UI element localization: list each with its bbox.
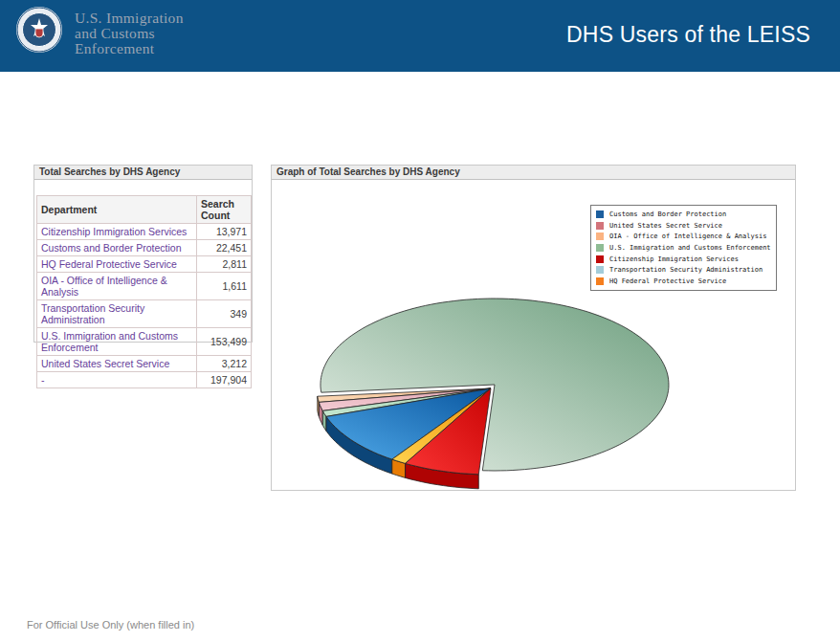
count-cell: 13,971 — [197, 224, 252, 240]
legend-label: U.S. Immigration and Customs Enforcement — [609, 244, 771, 252]
count-cell: 153,499 — [197, 328, 252, 356]
agency-line-2: and Customs — [75, 26, 184, 41]
department-cell[interactable]: United States Secret Service — [37, 356, 197, 372]
department-cell[interactable]: OIA - Office of Intelligence & Analysis — [37, 273, 197, 300]
department-cell[interactable]: Customs and Border Protection — [37, 240, 197, 256]
legend-swatch — [596, 277, 604, 285]
dhs-seal-logo — [15, 6, 63, 54]
table-row: Citizenship Immigration Services13,971 — [37, 224, 252, 240]
table-panel-title: Total Searches by DHS Agency — [34, 166, 252, 180]
legend-swatch — [596, 222, 604, 230]
agency-name: U.S. Immigration and Customs Enforcement — [75, 11, 184, 56]
legend-item: United States Secret Service — [596, 221, 771, 231]
department-cell[interactable]: U.S. Immigration and Customs Enforcement — [37, 328, 197, 356]
count-cell: 22,451 — [197, 240, 252, 256]
legend-item: U.S. Immigration and Customs Enforcement — [596, 243, 771, 253]
legend-label: Customs and Border Protection — [609, 210, 726, 218]
legend-item: Transportation Security Administration — [596, 265, 771, 275]
table-row: Customs and Border Protection22,451 — [37, 240, 252, 256]
chart-panel-title: Graph of Total Searches by DHS Agency — [272, 166, 795, 180]
count-cell: 197,904 — [197, 372, 252, 388]
legend-label: United States Secret Service — [609, 222, 722, 230]
legend-swatch — [596, 266, 604, 274]
agency-line-1: U.S. Immigration — [75, 11, 184, 26]
count-cell: 1,611 — [197, 273, 252, 300]
count-cell: 349 — [197, 300, 252, 328]
legend-swatch — [596, 210, 604, 218]
table-row: OIA - Office of Intelligence & Analysis1… — [37, 273, 252, 300]
column-header-search-count: Search Count — [197, 196, 252, 224]
legend-item: HQ Federal Protective Service — [596, 277, 771, 286]
department-cell[interactable]: - — [37, 372, 197, 388]
page-title: DHS Users of the LEISS — [566, 22, 810, 48]
legend-label: Citizenship Immigration Services — [609, 255, 739, 263]
legend-swatch — [596, 244, 604, 252]
table-row: -197,904 — [37, 372, 252, 388]
department-cell[interactable]: HQ Federal Protective Service — [37, 256, 197, 273]
header-banner: U.S. Immigration and Customs Enforcement… — [0, 0, 840, 72]
legend-swatch — [596, 255, 604, 263]
legend-label: Transportation Security Administration — [609, 266, 763, 274]
department-cell[interactable]: Citizenship Immigration Services — [37, 224, 197, 240]
legend-label: OIA - Office of Intelligence & Analysis — [609, 232, 766, 240]
legend-item: Customs and Border Protection — [596, 210, 771, 219]
classification-footer: For Official Use Only (when filled in) — [27, 619, 194, 631]
table-row: United States Secret Service3,212 — [37, 356, 252, 372]
table-row: U.S. Immigration and Customs Enforcement… — [37, 328, 252, 356]
count-cell: 3,212 — [197, 356, 252, 372]
searches-table: Department Search Count Citizenship Immi… — [36, 195, 252, 388]
column-header-department: Department — [37, 196, 197, 224]
legend-item: Citizenship Immigration Services — [596, 255, 771, 264]
table-header-row: Department Search Count — [37, 196, 252, 224]
legend-label: HQ Federal Protective Service — [609, 277, 726, 285]
legend-item: OIA - Office of Intelligence & Analysis — [596, 232, 771, 241]
chart-legend: Customs and Border ProtectionUnited Stat… — [590, 205, 777, 291]
agency-line-3: Enforcement — [75, 41, 184, 56]
table-row: Transportation Security Administration34… — [37, 300, 252, 328]
count-cell: 2,811 — [197, 256, 252, 273]
table-row: HQ Federal Protective Service2,811 — [37, 256, 252, 273]
report-page: { "header": { "agency_line1": "U.S. Immi… — [0, 0, 840, 642]
department-cell[interactable]: Transportation Security Administration — [37, 300, 197, 328]
legend-swatch — [596, 232, 604, 240]
